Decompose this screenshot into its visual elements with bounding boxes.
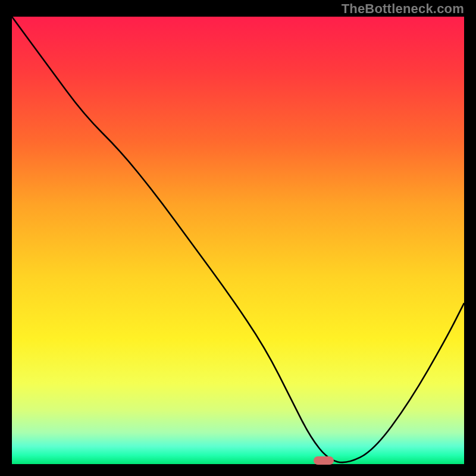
curve-svg xyxy=(12,17,464,464)
plot-area xyxy=(12,17,464,464)
bottleneck-curve xyxy=(12,17,464,462)
optimum-marker xyxy=(314,456,334,465)
watermark-text: TheBottleneck.com xyxy=(342,1,464,17)
chart-frame: TheBottleneck.com xyxy=(0,0,476,476)
